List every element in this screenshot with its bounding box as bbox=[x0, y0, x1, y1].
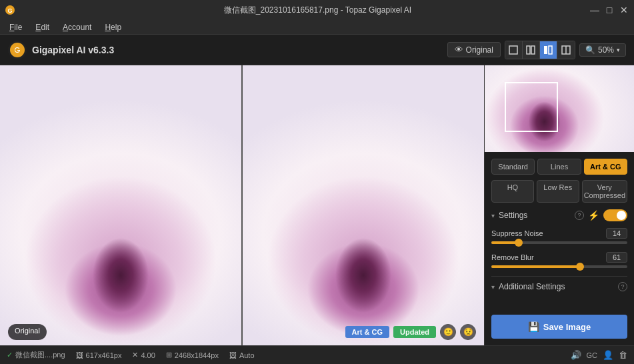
additional-settings-chevron-icon: ▾ bbox=[491, 283, 495, 291]
svg-rect-5 bbox=[531, 46, 535, 54]
gigapixel-logo-svg bbox=[10, 43, 25, 57]
trash-icon[interactable]: 🗑 bbox=[619, 350, 627, 360]
processed-flower-image bbox=[243, 65, 484, 345]
single-view-button[interactable] bbox=[505, 41, 523, 59]
speaker-icon[interactable]: 🔊 bbox=[571, 350, 581, 360]
save-icon: 💾 bbox=[528, 321, 539, 332]
split-view-button[interactable] bbox=[523, 41, 540, 59]
menu-edit[interactable]: Edit bbox=[29, 20, 56, 34]
menu-bar: File Edit Account Help bbox=[0, 20, 634, 35]
svg-rect-4 bbox=[527, 46, 530, 54]
view-toggle-group bbox=[505, 41, 575, 59]
status-bar: ✓ 微信截图....png 🖼 617x461px ✕ 4.00 ⊞ 2468x… bbox=[0, 345, 634, 364]
original-flower-image bbox=[0, 65, 241, 345]
remove-blur-label: Remove Blur bbox=[491, 253, 534, 261]
zoom-dropdown-icon: ▾ bbox=[617, 47, 620, 53]
suppress-noise-label-row: Suppress Noise 14 bbox=[491, 228, 627, 239]
output-dimensions-label: 2468x1844px bbox=[175, 351, 219, 359]
right-panel: Standard Lines Art & CG HQ Low Res Ver bbox=[484, 65, 634, 345]
menu-account[interactable]: Account bbox=[56, 20, 98, 34]
app-logo-icon bbox=[8, 41, 27, 59]
comparison-icon bbox=[561, 45, 571, 55]
scale-status: ✕ 4.00 bbox=[132, 351, 155, 359]
original-view-button[interactable]: 👁 Original bbox=[447, 42, 501, 57]
image-panel[interactable]: Original Art & CG Updated 🙂 😟 bbox=[0, 65, 484, 345]
filename-label: 微信截图....png bbox=[15, 350, 65, 360]
minimize-button[interactable]: — bbox=[590, 5, 599, 15]
toolbar-status-icons: 🔊 GC 👤 🗑 bbox=[571, 350, 628, 360]
scale-icon: ✕ bbox=[132, 351, 138, 359]
suppress-noise-slider-row: Suppress Noise 14 bbox=[491, 228, 627, 244]
gc-label: GC bbox=[587, 351, 598, 359]
settings-help-icon[interactable]: ? bbox=[575, 211, 584, 220]
suppress-noise-value[interactable]: 14 bbox=[606, 228, 627, 239]
side-by-side-button[interactable] bbox=[540, 41, 557, 59]
remove-blur-slider-row: Remove Blur 61 bbox=[491, 252, 627, 268]
zoom-icon: 🔍 bbox=[585, 45, 595, 55]
settings-panel: Standard Lines Art & CG HQ Low Res Ver bbox=[485, 152, 634, 308]
app-icon: G bbox=[5, 5, 15, 15]
image-dims-icon: 🖼 bbox=[76, 351, 83, 359]
settings-section-header: ▾ Settings ? ⚡ bbox=[491, 209, 627, 221]
split-view-icon bbox=[526, 45, 535, 55]
maximize-button[interactable]: □ bbox=[605, 5, 614, 15]
comparison-view-button[interactable] bbox=[557, 41, 575, 59]
title-bar-title: 微信截图_20231016165817.png - Topaz Gigapixe… bbox=[224, 5, 411, 16]
mode-label: Auto bbox=[239, 351, 255, 359]
scale-value-label: 4.00 bbox=[141, 351, 155, 359]
thumbnail-viewport-rect bbox=[505, 82, 558, 132]
low-res-tab[interactable]: Low Res bbox=[537, 180, 579, 203]
settings-toggle[interactable] bbox=[603, 209, 627, 221]
settings-chevron-icon: ▾ bbox=[491, 212, 495, 219]
menu-help[interactable]: Help bbox=[98, 20, 128, 34]
svg-rect-3 bbox=[509, 46, 517, 54]
toolbar-center: 👁 Original bbox=[447, 41, 626, 59]
additional-settings-row[interactable]: ▾ Additional Settings ? bbox=[491, 276, 627, 297]
suppress-noise-thumb[interactable] bbox=[515, 239, 523, 247]
remove-blur-label-row: Remove Blur 61 bbox=[491, 252, 627, 263]
processed-image-half bbox=[243, 65, 484, 345]
output-dims-status: ⊞ 2468x1844px bbox=[166, 351, 219, 359]
art-cg-tab[interactable]: Art & CG bbox=[584, 159, 627, 175]
toggle-knob bbox=[617, 211, 626, 220]
lines-tab[interactable]: Lines bbox=[537, 159, 581, 175]
close-button[interactable]: ✕ bbox=[619, 5, 629, 15]
settings-title: Settings bbox=[499, 211, 571, 220]
lightning-icon: ⚡ bbox=[588, 210, 599, 221]
mode-icon: 🖼 bbox=[229, 351, 237, 359]
additional-settings-label: Additional Settings bbox=[499, 282, 614, 291]
menu-file[interactable]: File bbox=[3, 20, 29, 34]
source-dimensions-label: 617x461px bbox=[86, 351, 122, 359]
eye-icon: 👁 bbox=[455, 45, 463, 55]
thumbnail-area[interactable] bbox=[485, 65, 634, 152]
filename-status: ✓ 微信截图....png bbox=[7, 350, 65, 360]
dimensions-status: 🖼 617x461px bbox=[76, 351, 122, 359]
main-area: Original Art & CG Updated 🙂 😟 Standard bbox=[0, 65, 634, 345]
remove-blur-value[interactable]: 61 bbox=[606, 252, 627, 263]
original-image-half bbox=[0, 65, 241, 345]
standard-tab[interactable]: Standard bbox=[491, 159, 535, 175]
svg-text:G: G bbox=[7, 7, 12, 14]
window-controls: — □ ✕ bbox=[590, 5, 629, 15]
svg-rect-7 bbox=[549, 46, 552, 54]
side-by-side-icon bbox=[543, 45, 553, 55]
hq-tab[interactable]: HQ bbox=[491, 180, 534, 203]
logo-area: Gigapixel AI v6.3.3 bbox=[8, 41, 114, 59]
single-view-icon bbox=[509, 45, 518, 55]
save-image-button[interactable]: 💾 Save Image bbox=[491, 315, 627, 339]
zoom-control[interactable]: 🔍 50% ▾ bbox=[579, 43, 626, 57]
save-btn-area: 💾 Save Image bbox=[485, 308, 634, 345]
user-icon[interactable]: 👤 bbox=[603, 350, 613, 360]
quality-tabs: HQ Low Res Very Compressed bbox=[491, 180, 627, 203]
remove-blur-track[interactable] bbox=[491, 265, 627, 268]
suppress-noise-track[interactable] bbox=[491, 241, 627, 244]
suppress-noise-label: Suppress Noise bbox=[491, 229, 543, 237]
output-dims-icon: ⊞ bbox=[166, 351, 172, 359]
remove-blur-thumb[interactable] bbox=[576, 263, 584, 271]
svg-rect-6 bbox=[544, 46, 547, 54]
split-view-container bbox=[0, 65, 484, 345]
additional-settings-help-icon[interactable]: ? bbox=[618, 282, 627, 291]
app-title: Gigapixel AI v6.3.3 bbox=[32, 45, 114, 55]
very-compressed-tab[interactable]: Very Compressed bbox=[582, 180, 627, 203]
model-tabs: Standard Lines Art & CG bbox=[491, 159, 627, 175]
